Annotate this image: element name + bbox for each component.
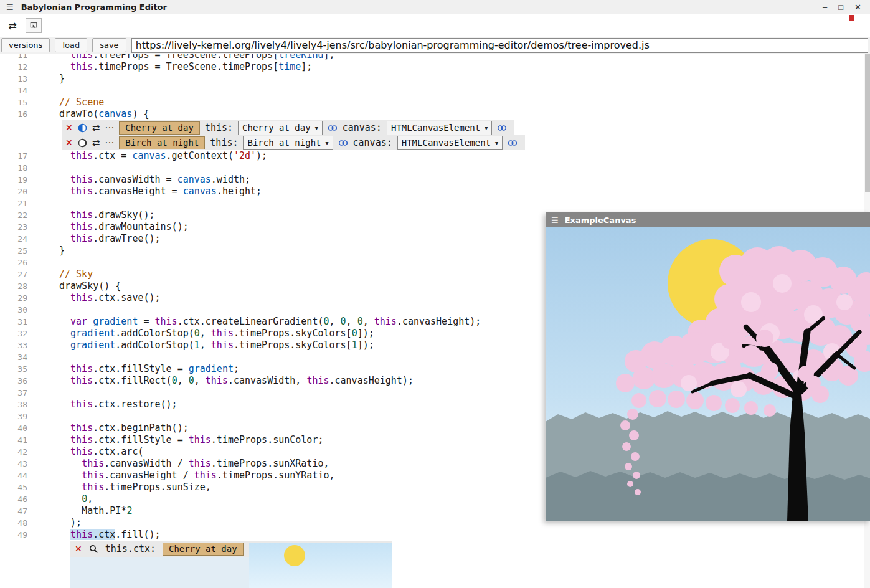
save-button[interactable]: save (92, 38, 126, 52)
example-canvas-title-bar[interactable]: ☰ ExampleCanvas (546, 212, 870, 227)
code-line[interactable]: 12 this.timeProps = TreeScene.timeProps[… (0, 61, 870, 73)
line-number: 18 (0, 162, 35, 174)
probe-result-widget: ✕ this.ctx: Cherry at day (70, 541, 392, 588)
line-number: 38 (0, 399, 35, 410)
this-value-dropdown[interactable]: Birch at night ▾ (243, 136, 333, 150)
magnifier-icon[interactable] (89, 544, 98, 554)
link-icon[interactable] (508, 139, 518, 147)
code-line[interactable]: 17 this.ctx = canvas.getContext('2d'); (0, 150, 870, 162)
code-text: this.canvasWidth = canvas.width; (35, 174, 250, 186)
dropdown-value: Birch at night (247, 138, 321, 148)
code-text: this.ctx.fillStyle = this.timeProps.sunC… (35, 434, 323, 446)
code-text: this.treeProps = TreeScene.treeProps[tre… (35, 54, 335, 61)
example-canvas-render (546, 227, 870, 521)
code-text: } (35, 73, 65, 85)
code-line[interactable]: 14 (0, 85, 870, 97)
probe-example-button[interactable]: Cherry at day (163, 543, 244, 556)
canvas-value-dropdown[interactable]: HTMLCanvasElement ▾ (397, 136, 503, 150)
code-line[interactable]: 20 this.canvasHeight = canvas.height; (0, 186, 870, 197)
dropdown-value: Cherry at day (242, 123, 311, 133)
icon-toolbar: ⇄ (0, 14, 870, 37)
versions-button[interactable]: versions (1, 38, 50, 52)
chevron-down-icon: ▾ (326, 140, 329, 146)
line-number: 35 (0, 363, 35, 375)
code-line[interactable]: 11 this.treeProps = TreeScene.treeProps[… (0, 54, 870, 61)
more-options-icon[interactable]: ⋯ (105, 138, 114, 148)
code-text: this.timeProps.sunSize, (35, 481, 211, 493)
line-number: 29 (0, 292, 35, 304)
link-icon[interactable] (328, 124, 338, 132)
code-text (35, 257, 59, 268)
line-number: 26 (0, 257, 35, 268)
swap-example-icon[interactable]: ⇄ (92, 138, 100, 148)
line-number: 12 (0, 61, 35, 73)
code-line[interactable]: 19 this.canvasWidth = canvas.width; (0, 174, 870, 186)
line-number: 46 (0, 493, 35, 505)
title-bar: ☰ Babylonian Programming Editor – □ ✕ (0, 0, 870, 14)
line-number: 14 (0, 85, 35, 97)
code-text: ); (35, 517, 82, 529)
line-number: 24 (0, 233, 35, 245)
line-number: 33 (0, 339, 35, 351)
code-line[interactable]: 21 (0, 197, 870, 209)
this-value-dropdown[interactable]: Cherry at day ▾ (238, 121, 323, 135)
example-active-off-icon[interactable] (78, 138, 87, 148)
delete-probe-icon[interactable]: ✕ (75, 544, 82, 554)
code-text: this.ctx.fillStyle = gradient; (35, 363, 239, 375)
example-name-button[interactable]: Cherry at day (119, 121, 200, 135)
code-text: gradient.addColorStop(0, this.timeProps.… (35, 328, 374, 339)
example-canvas-menu-icon[interactable]: ☰ (551, 216, 559, 225)
load-button[interactable]: load (55, 38, 87, 52)
line-number: 32 (0, 328, 35, 339)
swap-editor-icon[interactable]: ⇄ (4, 18, 21, 33)
example-name-button[interactable]: Birch at night (119, 136, 205, 149)
chevron-down-icon: ▾ (485, 125, 488, 131)
code-text: this.ctx = canvas.getContext('2d'); (35, 150, 267, 162)
close-icon[interactable]: ✕ (854, 3, 861, 11)
line-number: 17 (0, 150, 35, 162)
line-number: 20 (0, 186, 35, 197)
code-text (35, 387, 59, 399)
line-number: 22 (0, 209, 35, 221)
line-number: 40 (0, 422, 35, 434)
line-number: 15 (0, 97, 35, 108)
code-line[interactable]: 15// Scene (0, 97, 870, 108)
more-options-icon[interactable]: ⋯ (105, 123, 114, 133)
code-text: this.ctx.arc( (35, 446, 143, 458)
line-number: 42 (0, 446, 35, 458)
swap-example-icon[interactable]: ⇄ (92, 123, 100, 133)
dropdown-value: HTMLCanvasElement (402, 138, 491, 148)
delete-example-icon[interactable]: ✕ (65, 123, 73, 133)
code-line[interactable]: 18 (0, 162, 870, 174)
canvas-value-dropdown[interactable]: HTMLCanvasElement ▾ (387, 121, 492, 135)
maximize-icon[interactable]: □ (838, 3, 843, 11)
this-label: this: (210, 137, 238, 148)
line-number: 25 (0, 245, 35, 257)
delete-example-icon[interactable]: ✕ (65, 138, 73, 148)
line-number: 41 (0, 434, 35, 446)
this-label: this: (205, 122, 233, 133)
link-icon[interactable] (338, 139, 348, 147)
code-text: this.canvasHeight / this.timeProps.sunYR… (35, 470, 335, 481)
code-line[interactable]: 49 this.ctx.fill(); (0, 529, 870, 541)
scrollbar-thumb[interactable] (865, 54, 870, 192)
code-text: // Scene (35, 97, 104, 108)
code-text: this.drawMountains(); (35, 221, 189, 233)
code-text: this.timeProps = TreeScene.timeProps[tim… (35, 61, 312, 73)
window-menu-icon[interactable]: ☰ (6, 2, 14, 12)
code-text: var gradient = this.ctx.createLinearGrad… (35, 316, 481, 328)
code-line[interactable]: 13} (0, 73, 870, 85)
select-element-icon[interactable] (26, 18, 42, 33)
minimize-icon[interactable]: – (823, 3, 827, 11)
line-number: 43 (0, 458, 35, 470)
file-nav-bar: versions load save https://lively-kernel… (0, 37, 870, 54)
link-icon[interactable] (497, 124, 507, 132)
code-text: this.ctx.fill(); (35, 529, 161, 541)
window-title: Babylonian Programming Editor (21, 2, 167, 12)
code-line[interactable]: 16drawTo(canvas) { (0, 108, 870, 120)
unsaved-changes-indicator (849, 15, 854, 21)
line-number: 44 (0, 470, 35, 481)
code-text: drawSky() { (35, 280, 121, 292)
example-active-on-icon[interactable] (78, 123, 87, 133)
url-input[interactable]: https://lively-kernel.org/lively4/lively… (131, 38, 868, 53)
